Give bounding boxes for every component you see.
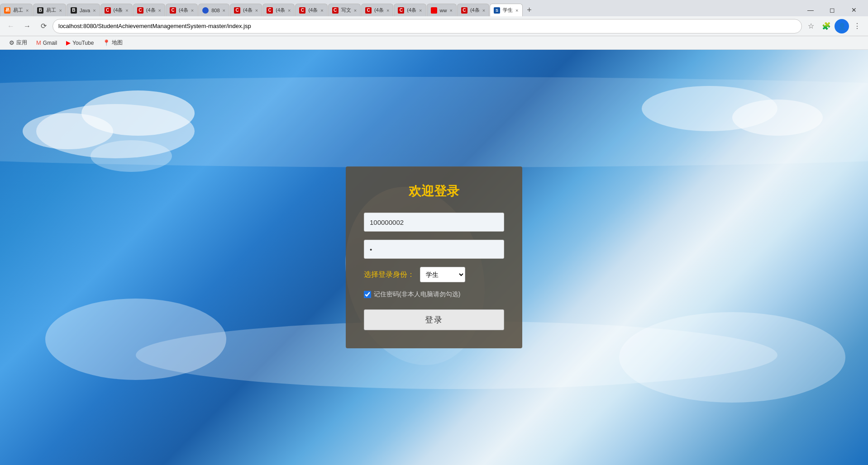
username-field xyxy=(364,213,504,232)
tab-label: ww xyxy=(440,8,447,13)
bookmark-youtube-label: YouTube xyxy=(72,40,94,46)
tab-ww[interactable]: ww × xyxy=(427,4,457,16)
toolbar-icons: ☆ 🧩 👤 ⋮ xyxy=(804,19,864,33)
password-input[interactable] xyxy=(364,240,504,259)
apps-icon: ⚙ xyxy=(9,39,14,46)
tab-bar: 易 易工 × B 易工 × B Java × C (4条 × C (4条 × C… xyxy=(0,0,868,16)
role-row: 选择登录身份： 学生 教师 管理员 xyxy=(364,267,504,282)
bookmark-gmail-label: Gmail xyxy=(43,40,57,46)
tab-close[interactable]: × xyxy=(26,8,29,13)
tab-c1[interactable]: C (4条 × xyxy=(100,4,133,16)
tab-label: (4条 xyxy=(276,7,285,14)
new-tab-button[interactable]: + xyxy=(523,4,536,16)
bookmark-maps-label: 地图 xyxy=(112,39,123,47)
maps-icon: 📍 xyxy=(103,39,110,46)
tab-close[interactable]: × xyxy=(191,8,194,13)
password-field xyxy=(364,240,504,259)
tab-label: (4条 xyxy=(243,7,253,14)
tab-c4[interactable]: C (4条 × xyxy=(230,4,262,16)
tab-close[interactable]: × xyxy=(419,8,422,13)
remember-label[interactable]: 记住密码(非本人电脑请勿勾选) xyxy=(374,290,460,299)
tab-label: 易工 xyxy=(46,7,56,14)
bookmarks-bar: ⚙ 应用 M Gmail ▶ YouTube 📍 地图 xyxy=(0,36,868,50)
tab-close[interactable]: × xyxy=(386,8,389,13)
tab-yi1[interactable]: 易 易工 × xyxy=(0,4,33,16)
bookmark-apps-label: 应用 xyxy=(16,39,27,47)
tab-yi2[interactable]: B 易工 × xyxy=(33,4,66,16)
tab-java[interactable]: B Java × xyxy=(67,4,100,16)
tab-close[interactable]: × xyxy=(449,8,452,13)
browser-frame: 易 易工 × B 易工 × B Java × C (4条 × C (4条 × C… xyxy=(0,0,868,465)
tab-c9[interactable]: C (4条 × xyxy=(457,4,489,16)
tab-close[interactable]: × xyxy=(125,8,128,13)
tab-c8[interactable]: C (4条 × xyxy=(394,4,426,16)
tab-close[interactable]: × xyxy=(223,8,225,13)
tab-close[interactable]: × xyxy=(59,8,62,13)
address-bar-row: ← → ⟳ localhost:8080/StudentAchievementM… xyxy=(0,16,868,36)
username-input[interactable] xyxy=(364,213,504,232)
tab-c6[interactable]: C (4条 × xyxy=(295,4,327,16)
tab-label: 808 xyxy=(211,8,219,13)
bookmark-youtube[interactable]: ▶ YouTube xyxy=(62,38,97,47)
tab-label: (4条 xyxy=(179,7,188,14)
tab-close[interactable]: × xyxy=(515,8,518,13)
address-bar[interactable]: localhost:8080/StudentAchievementManagem… xyxy=(52,19,802,33)
tab-label: Java xyxy=(80,8,90,13)
url-input[interactable]: localhost:8080/StudentAchievementManagem… xyxy=(58,23,796,29)
tab-close[interactable]: × xyxy=(255,8,258,13)
login-container: 欢迎登录 选择登录身份： 学生 教师 管理员 记住密码( xyxy=(346,166,522,348)
tab-close[interactable]: × xyxy=(320,8,323,13)
tab-label: (4条 xyxy=(407,7,416,14)
remember-checkbox[interactable] xyxy=(364,291,371,298)
role-label: 选择登录身份： xyxy=(364,270,415,280)
maximize-button[interactable]: ◻ xyxy=(822,4,843,16)
tab-label: (4条 xyxy=(470,7,480,14)
tab-label: 易工 xyxy=(13,7,23,14)
tab-close[interactable]: × xyxy=(288,8,291,13)
youtube-icon: ▶ xyxy=(66,39,71,46)
tab-label: (4条 xyxy=(374,7,384,14)
tab-label: 学生 xyxy=(503,7,513,14)
bookmark-star-icon[interactable]: ☆ xyxy=(804,19,818,33)
profile-icon[interactable]: 👤 xyxy=(835,19,849,33)
forward-button[interactable]: → xyxy=(20,19,34,33)
tab-student-active[interactable]: S 学生 × xyxy=(490,4,522,16)
gmail-icon: M xyxy=(36,39,41,46)
login-button[interactable]: 登录 xyxy=(364,309,504,330)
tab-close[interactable]: × xyxy=(93,8,95,13)
tab-close[interactable]: × xyxy=(482,8,485,13)
page-content: 欢迎登录 选择登录身份： 学生 教师 管理员 记住密码( xyxy=(0,50,868,465)
tab-label: 写文 xyxy=(341,7,351,14)
login-title: 欢迎登录 xyxy=(364,183,504,200)
refresh-button[interactable]: ⟳ xyxy=(36,19,51,33)
tab-label: (4条 xyxy=(308,7,318,14)
bookmark-gmail[interactable]: M Gmail xyxy=(33,38,61,47)
remember-row: 记住密码(非本人电脑请勿勾选) xyxy=(364,290,504,299)
menu-icon[interactable]: ⋮ xyxy=(850,19,864,33)
close-button[interactable]: ✕ xyxy=(844,4,864,16)
tab-c7[interactable]: C (4条 × xyxy=(361,4,393,16)
role-select[interactable]: 学生 教师 管理员 xyxy=(420,267,465,282)
tab-c3[interactable]: C (4条 × xyxy=(166,4,198,16)
tab-c5[interactable]: C (4条 × xyxy=(262,4,295,16)
tab-c2[interactable]: C (4条 × xyxy=(133,4,165,16)
tab-808[interactable]: 808 × xyxy=(198,4,229,16)
tab-label: (4条 xyxy=(146,7,156,14)
extensions-icon[interactable]: 🧩 xyxy=(819,19,834,33)
bookmark-maps[interactable]: 📍 地图 xyxy=(99,38,126,48)
minimize-button[interactable]: — xyxy=(800,4,821,16)
tab-close[interactable]: × xyxy=(354,8,357,13)
window-controls: — ◻ ✕ xyxy=(800,4,868,16)
bookmark-apps[interactable]: ⚙ 应用 xyxy=(5,38,31,48)
tab-close[interactable]: × xyxy=(158,8,161,13)
back-button[interactable]: ← xyxy=(4,19,18,33)
tab-write[interactable]: C 写文 × xyxy=(328,4,361,16)
tab-label: (4条 xyxy=(114,7,123,14)
